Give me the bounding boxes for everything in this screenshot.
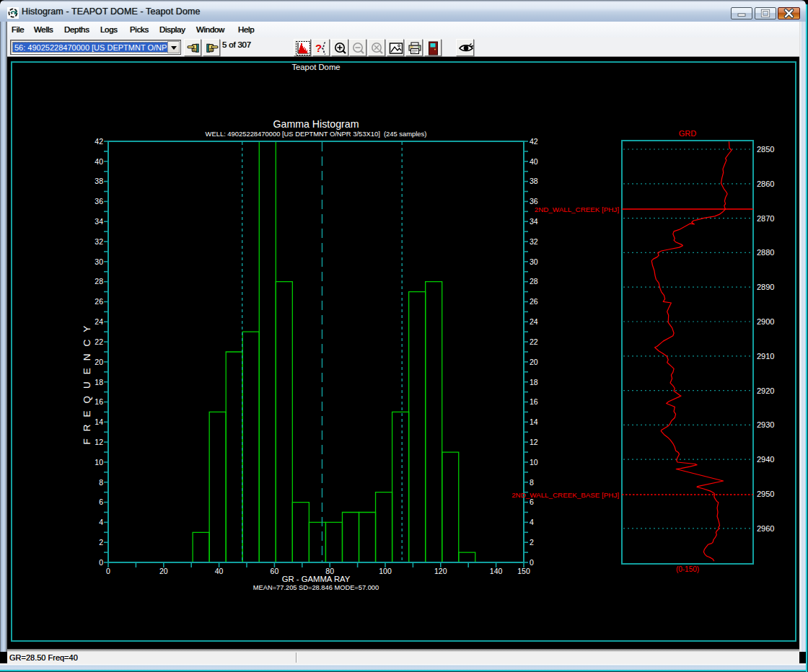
svg-text:20: 20 (159, 567, 168, 575)
svg-text:40: 40 (530, 157, 538, 166)
svg-text:16: 16 (530, 397, 538, 406)
svg-text:140: 140 (490, 567, 503, 575)
svg-text:2960: 2960 (757, 524, 774, 533)
svg-text:34: 34 (95, 217, 103, 226)
svg-text:150: 150 (517, 567, 530, 575)
svg-text:GR - GAMMA RAY: GR - GAMMA RAY (282, 575, 351, 583)
svg-text:4: 4 (530, 518, 534, 526)
svg-text:38: 38 (95, 177, 103, 185)
svg-text:28: 28 (95, 277, 103, 286)
svg-text:22: 22 (530, 337, 538, 346)
svg-text:26: 26 (95, 297, 103, 306)
svg-text:32: 32 (530, 237, 538, 246)
svg-text:8: 8 (530, 478, 534, 487)
svg-text:24: 24 (530, 317, 538, 326)
svg-text:40: 40 (95, 157, 103, 166)
svg-text:MEAN=77.205 SD=28.846 MODE=57.: MEAN=77.205 SD=28.846 MODE=57.000 (253, 584, 379, 591)
svg-text:18: 18 (530, 378, 538, 386)
svg-text:12: 12 (530, 438, 538, 446)
svg-text:36: 36 (530, 197, 538, 205)
svg-text:0: 0 (530, 558, 534, 567)
svg-text:34: 34 (530, 217, 538, 226)
svg-text:32: 32 (95, 237, 103, 246)
svg-text:22: 22 (95, 337, 103, 346)
svg-text:10: 10 (530, 458, 538, 467)
svg-text:2950: 2950 (757, 490, 774, 498)
svg-text:14: 14 (95, 417, 103, 426)
svg-text:18: 18 (95, 378, 103, 386)
svg-text:20: 20 (95, 358, 103, 366)
svg-text:30: 30 (530, 257, 538, 266)
svg-text:0: 0 (106, 567, 110, 575)
svg-text:30: 30 (95, 257, 103, 266)
svg-text:16: 16 (95, 397, 103, 406)
svg-text:100: 100 (379, 567, 392, 575)
svg-text:2: 2 (530, 538, 534, 547)
svg-text:20: 20 (530, 358, 538, 366)
svg-text:2890: 2890 (757, 283, 774, 291)
svg-text:GRD: GRD (679, 129, 697, 138)
svg-text:2910: 2910 (757, 352, 774, 361)
svg-text:36: 36 (95, 197, 103, 205)
svg-text:2930: 2930 (757, 420, 774, 429)
svg-text:42: 42 (530, 137, 538, 146)
svg-text:6: 6 (99, 498, 103, 506)
svg-text:?: ? (315, 42, 322, 54)
svg-text:14: 14 (530, 417, 538, 426)
svg-text:Teapot Dome: Teapot Dome (291, 63, 340, 71)
svg-text:120: 120 (434, 567, 447, 575)
svg-text:WELL: 49025228470000 [US DEPTM: WELL: 49025228470000 [US DEPTMNT O/NPR 3… (206, 130, 427, 138)
svg-text:2920: 2920 (757, 386, 774, 395)
svg-text:2880: 2880 (757, 248, 774, 257)
svg-text:26: 26 (530, 297, 538, 306)
svg-text:10: 10 (95, 458, 103, 467)
svg-text:0: 0 (99, 558, 103, 567)
svg-text:12: 12 (95, 438, 103, 446)
svg-text:42: 42 (95, 137, 103, 146)
svg-text:FREQUENCY: FREQUENCY (82, 319, 92, 445)
svg-text:2870: 2870 (757, 214, 774, 223)
svg-text:40: 40 (215, 567, 224, 575)
svg-text:2: 2 (99, 538, 103, 547)
svg-text:28: 28 (530, 277, 538, 286)
svg-text:2860: 2860 (757, 180, 774, 188)
svg-text:38: 38 (530, 177, 538, 185)
svg-text:60: 60 (271, 567, 279, 575)
svg-text:6: 6 (530, 498, 534, 506)
svg-text:8: 8 (99, 478, 103, 487)
svg-text:24: 24 (95, 317, 103, 326)
svg-text:2940: 2940 (757, 455, 774, 464)
svg-text:4: 4 (99, 518, 103, 526)
svg-text:2ND_WALL_CREEK [PHJ]: 2ND_WALL_CREEK [PHJ] (535, 205, 620, 213)
svg-text:2850: 2850 (757, 145, 774, 154)
svg-text:2ND_WALL_CREEK_BASE [PHJ]: 2ND_WALL_CREEK_BASE [PHJ] (511, 491, 619, 499)
svg-text:2900: 2900 (757, 317, 774, 326)
svg-text:Gamma Histogram: Gamma Histogram (273, 118, 359, 130)
svg-text:(0-150): (0-150) (676, 565, 699, 573)
